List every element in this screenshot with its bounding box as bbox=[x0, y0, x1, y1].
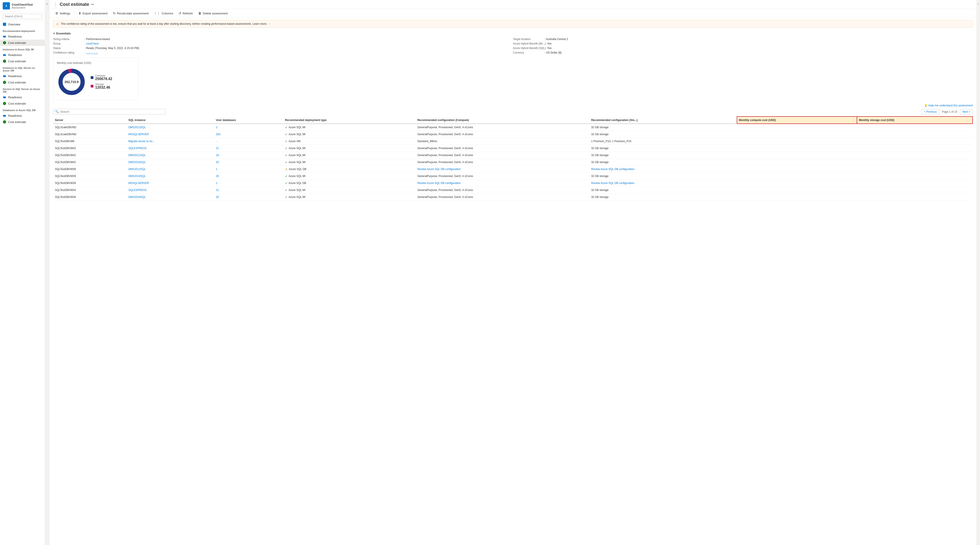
ready-status-icon: ✓ bbox=[285, 126, 288, 129]
cell-compute-config: Review Azure SQL DB configuration bbox=[416, 180, 589, 187]
cell-deployment: ✓ Azure SQL MI bbox=[283, 187, 415, 194]
sql-instance-link[interactable]: DMS2016SQL bbox=[128, 175, 146, 178]
sql-instance-link[interactable]: SQLEXPRESS bbox=[128, 147, 146, 150]
confidence-rating[interactable]: - - - - - bbox=[86, 51, 98, 54]
refresh-button[interactable]: ↺ Refresh bbox=[177, 10, 195, 16]
sql-instance-link[interactable]: DMS2012SQL bbox=[128, 168, 146, 171]
user-db-link[interactable]: 2 bbox=[216, 126, 217, 129]
cell-storage-config: 32 GB storage bbox=[589, 131, 737, 138]
sidebar-item-overview[interactable]: Overview bbox=[0, 21, 45, 27]
cell-sql-instance: Migrate server to Az... bbox=[126, 138, 214, 145]
app-logo-text: CostCheckTest Assessment bbox=[12, 3, 33, 9]
user-db-link[interactable]: 21 bbox=[216, 189, 219, 192]
sidebar-section-recommended: Recommended deployment bbox=[0, 27, 45, 33]
table-row: SQLTestDBVM39 MSSQLSERVER 1 ✓ Azure SQL … bbox=[53, 180, 972, 187]
deployment-label: Azure SQL DB bbox=[288, 181, 306, 185]
ready-status-icon: ✓ bbox=[285, 188, 288, 192]
storage-config-link[interactable]: Review Azure SQL DB configuration bbox=[591, 181, 634, 185]
page-title: Cost estimate bbox=[60, 2, 89, 7]
user-db-link[interactable]: 20 bbox=[216, 160, 219, 164]
cell-storage-config: 1 Premium_P10, 1 Premium_P15 bbox=[589, 138, 737, 145]
cell-deployment: ✓ Azure SQL MI bbox=[283, 145, 415, 152]
sidebar-item-serversvm-readiness[interactable]: Readiness bbox=[0, 94, 45, 100]
help-link[interactable]: 💡 Help me understand this assessment bbox=[53, 104, 973, 107]
sidebar-item-sqldb-cost[interactable]: ✓ Cost estimate bbox=[0, 119, 45, 125]
settings-icon: ⚙ bbox=[56, 11, 58, 15]
export-button[interactable]: ⬇ Export assessment bbox=[76, 10, 110, 16]
columns-button[interactable]: ⋮⋮ Columns bbox=[152, 10, 175, 16]
lightbulb-icon: 💡 bbox=[924, 104, 928, 107]
chart-section: Monthly cost estimate (USD) 262,710.9 bbox=[53, 57, 138, 100]
essentials-header[interactable]: ∧ Essentials bbox=[53, 30, 973, 37]
deployment-label: Azure SQL MI bbox=[288, 175, 305, 178]
next-button[interactable]: Next > bbox=[960, 109, 973, 114]
cell-deployment: ✓ Azure SQL MI bbox=[283, 152, 415, 159]
cell-compute-config: GeneralPurpose, Provisioned, Gen5, 4 vCo… bbox=[416, 159, 589, 166]
sidebar-item-sqldb-readiness[interactable]: Readiness bbox=[0, 113, 45, 119]
settings-button[interactable]: ⚙ Settings bbox=[53, 10, 72, 16]
compute-config-value: GeneralPurpose, Provisioned, Gen5, 4 vCo… bbox=[417, 160, 473, 164]
group-link[interactable]: costCheck bbox=[86, 42, 99, 45]
user-db-link[interactable]: 1 bbox=[216, 168, 217, 171]
storage-color bbox=[91, 85, 93, 87]
search-input[interactable] bbox=[3, 14, 42, 19]
svg-point-14 bbox=[5, 115, 6, 116]
user-db-link[interactable]: 203 bbox=[216, 133, 220, 136]
user-db-link[interactable]: 21 bbox=[216, 147, 219, 150]
sql-instance-link[interactable]: SQLEXPRESS bbox=[128, 189, 146, 192]
deployment-label: Azure SQL MI bbox=[288, 154, 305, 157]
warning-learn-more[interactable]: → bbox=[268, 22, 271, 25]
more-button[interactable]: ••• bbox=[91, 3, 94, 6]
sidebar-item-sqlmi-readiness[interactable]: Readiness bbox=[0, 52, 45, 58]
cell-storage-cost bbox=[857, 124, 972, 131]
deployment-status: ✓ Azure SQL MI bbox=[285, 146, 414, 150]
cell-storage-config: Review Azure SQL DB configuration bbox=[589, 180, 737, 187]
main-header: | Cost estimate ••• bbox=[49, 0, 977, 9]
col-sql-instance: SQL instance bbox=[126, 116, 214, 124]
user-db-link[interactable]: - bbox=[216, 140, 217, 143]
user-db-link[interactable]: 24 bbox=[216, 154, 219, 157]
sql-instance-link[interactable]: DMS2012SQL bbox=[128, 154, 146, 157]
delete-button[interactable]: 🗑 Delete assessment bbox=[196, 10, 230, 16]
deployment-status: ✓ Azure SQL MI bbox=[285, 195, 414, 199]
circle-green-icon-5: ✓ bbox=[3, 120, 6, 124]
table-search-input[interactable] bbox=[60, 110, 164, 113]
sidebar-item-sqlvm-cost[interactable]: ✓ Cost estimate bbox=[0, 79, 45, 86]
svg-point-10 bbox=[3, 97, 5, 98]
user-db-link[interactable]: 20 bbox=[216, 175, 219, 178]
sidebar-item-recommended-cost[interactable]: ✓ Cost estimate bbox=[0, 40, 45, 46]
compute-config-link[interactable]: Review Azure SQL DB configuration bbox=[417, 168, 461, 171]
col-storage-cost: Monthly storage cost (USD) bbox=[857, 116, 972, 124]
sidebar-item-sqlvm-readiness[interactable]: Readiness bbox=[0, 73, 45, 79]
toolbar-sep-1 bbox=[74, 11, 75, 16]
user-db-link[interactable]: 20 bbox=[216, 195, 219, 199]
cloud-icon-4 bbox=[3, 95, 6, 99]
deployment-status: ✓ Azure SQL DB bbox=[285, 181, 414, 185]
sidebar-item-recommended-readiness[interactable]: Readiness bbox=[0, 33, 45, 40]
ready-status-icon: ✓ bbox=[285, 160, 288, 164]
compute-config-link[interactable]: Review Azure SQL DB configuration bbox=[417, 181, 461, 185]
sql-instance-link[interactable]: MSSQLSERVER bbox=[128, 181, 149, 185]
sql-instance-link[interactable]: DMS2012SQL bbox=[128, 126, 146, 129]
user-db-link[interactable]: 1 bbox=[216, 181, 217, 185]
deployment-status: ⚠ Azure SQL DB bbox=[285, 167, 414, 171]
sql-instance-link[interactable]: DMS2016SQL bbox=[128, 195, 146, 199]
legend-storage: Storage 12032.46 bbox=[91, 83, 112, 89]
sidebar-item-sqlmi-cost[interactable]: ✓ Cost estimate bbox=[0, 58, 45, 64]
sql-instance-link[interactable]: DMS2016SQL bbox=[128, 160, 146, 164]
previous-button[interactable]: < Previous bbox=[921, 109, 939, 114]
ready-status-icon: ✓ bbox=[285, 181, 288, 185]
columns-icon: ⋮⋮ bbox=[154, 11, 160, 15]
sidebar: $ CostCheckTest Assessment Overview Reco… bbox=[0, 0, 45, 545]
sidebar-item-serversvm-cost[interactable]: ✓ Cost estimate bbox=[0, 100, 45, 106]
chart-total: 262,710.9 bbox=[65, 80, 78, 84]
sidebar-collapse-btn[interactable]: « bbox=[45, 0, 49, 545]
recalculate-button[interactable]: ↻ Recalculate assessment bbox=[111, 10, 151, 16]
sql-instance-link[interactable]: MSSQLSERVER bbox=[128, 133, 149, 136]
right-expand-btn[interactable]: › bbox=[977, 0, 980, 545]
col-compute-cost: Monthly compute cost (USD) bbox=[737, 116, 857, 124]
sql-instance-link[interactable]: Migrate server to Az... bbox=[128, 140, 154, 143]
circle-green-icon-3: ✓ bbox=[3, 81, 6, 84]
cell-storage-config: 32 GB storage bbox=[589, 187, 737, 194]
storage-config-link[interactable]: Review Azure SQL DB configuration bbox=[591, 168, 634, 171]
